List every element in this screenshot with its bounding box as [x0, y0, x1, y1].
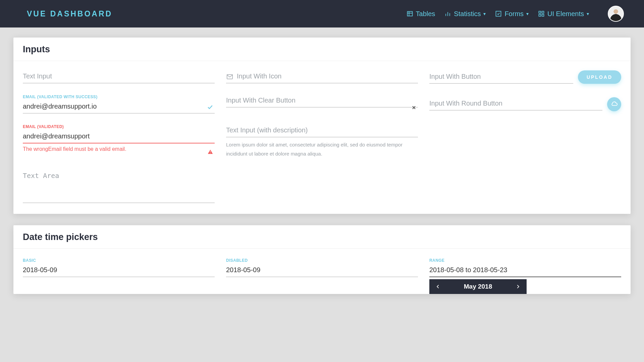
chevron-down-icon: ▾	[587, 11, 589, 16]
svg-rect-9	[539, 14, 541, 16]
cloud-button[interactable]	[607, 97, 621, 111]
icon-input[interactable]	[237, 70, 418, 83]
field-label: EMAIL (VALIDATED)	[23, 124, 215, 129]
email-error-input[interactable]	[23, 130, 215, 143]
nav-statistics[interactable]: Statistics ▾	[444, 10, 486, 18]
brand-logo[interactable]: VUE DASHBOARD	[27, 9, 112, 18]
text-input-field	[23, 70, 215, 84]
calendar-header: May 2018	[429, 279, 527, 294]
next-month-button[interactable]	[514, 283, 522, 291]
basic-date-field: BASIC	[23, 258, 215, 294]
svg-rect-8	[542, 11, 544, 13]
button-input-field: UPLOAD	[429, 70, 621, 84]
basic-date-input[interactable]	[23, 264, 215, 277]
main-nav: Tables Statistics ▾ Forms ▾ UI Elements …	[407, 6, 624, 22]
svg-rect-10	[542, 14, 544, 16]
warning-icon	[207, 149, 213, 155]
textarea-input[interactable]	[23, 169, 215, 203]
nav-forms[interactable]: Forms ▾	[495, 10, 529, 18]
card-header: Inputs	[13, 38, 631, 61]
prev-month-button[interactable]	[434, 283, 442, 291]
page-content: Inputs	[0, 27, 644, 315]
cloud-icon	[610, 101, 618, 108]
clear-input-field	[226, 95, 418, 114]
inputs-card: Inputs	[13, 38, 631, 214]
card-header: Date time pickers	[13, 225, 631, 249]
disabled-date-field: DISABLED	[226, 258, 418, 294]
nav-label: Statistics	[454, 10, 481, 18]
button-input[interactable]	[429, 71, 573, 84]
email-success-field: EMAIL (VALIDATED WITH SUCCESS)	[23, 95, 215, 114]
empty-cell	[429, 169, 621, 204]
range-date-field: RANGE May 2018	[429, 258, 621, 294]
calendar-title: May 2018	[464, 283, 492, 290]
textarea-field	[23, 169, 215, 204]
datetime-card: Date time pickers BASIC DISABLED RANGE	[13, 225, 631, 294]
svg-rect-7	[539, 11, 541, 13]
input-description: Lorem ipsum dolor sit amet, consectetur …	[226, 140, 418, 158]
svg-rect-6	[496, 11, 501, 16]
email-success-input[interactable]	[23, 101, 215, 114]
check-icon	[207, 104, 213, 110]
chevron-down-icon: ▾	[483, 11, 486, 16]
desc-input-field: Lorem ipsum dolor sit amet, consectetur …	[226, 124, 418, 158]
checkbox-icon	[495, 10, 502, 17]
field-label: DISABLED	[226, 258, 418, 263]
icon-input-field	[226, 70, 418, 84]
disabled-date-input	[226, 264, 418, 277]
avatar[interactable]	[608, 6, 624, 22]
app-header: VUE DASHBOARD Tables Statistics ▾ Forms …	[0, 0, 644, 27]
nav-label: Tables	[416, 10, 435, 18]
round-button-input[interactable]	[429, 98, 602, 111]
clear-input[interactable]	[226, 95, 418, 108]
round-button-input-field	[429, 95, 621, 114]
field-label: BASIC	[23, 258, 215, 263]
nav-ui-elements[interactable]: UI Elements ▾	[538, 10, 589, 18]
close-icon[interactable]	[411, 105, 417, 110]
nav-label: UI Elements	[547, 10, 584, 18]
chevron-down-icon: ▾	[526, 11, 529, 16]
svg-rect-0	[407, 11, 412, 16]
nav-tables[interactable]: Tables	[407, 10, 435, 18]
card-title: Date time pickers	[23, 232, 621, 242]
card-body: BASIC DISABLED RANGE May 2018	[13, 249, 631, 294]
empty-cell	[429, 124, 621, 158]
bar-chart-icon	[444, 10, 451, 17]
nav-label: Forms	[504, 10, 524, 18]
table-icon	[407, 10, 413, 17]
card-body: UPLOAD EMAIL (VALIDATED WITH SUCCESS)	[13, 61, 631, 214]
email-error-field: EMAIL (VALIDATED) The wrongEmail field m…	[23, 124, 215, 158]
empty-cell	[226, 169, 418, 204]
card-title: Inputs	[23, 44, 621, 55]
upload-button[interactable]: UPLOAD	[578, 70, 621, 84]
grid-icon	[538, 10, 545, 17]
error-message: The wrongEmail field must be a valid ema…	[23, 146, 215, 152]
desc-input[interactable]	[226, 124, 418, 137]
field-label: EMAIL (VALIDATED WITH SUCCESS)	[23, 95, 215, 99]
envelope-icon	[226, 73, 233, 80]
text-input[interactable]	[23, 70, 215, 83]
field-label: RANGE	[429, 258, 621, 263]
range-date-input[interactable]	[429, 264, 621, 277]
